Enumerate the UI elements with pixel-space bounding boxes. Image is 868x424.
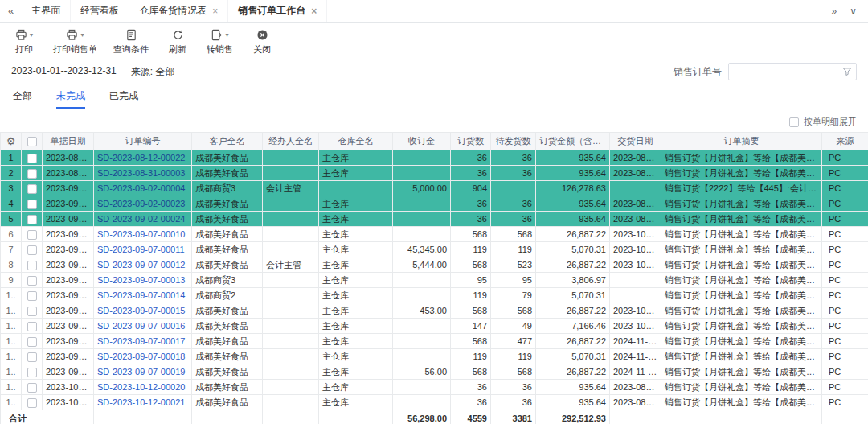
cell-customer: 成都美好食品 [192,334,263,349]
chevron-down-icon: ▾ [80,31,84,39]
close-tab-icon[interactable]: × [212,6,218,16]
convert-to-sales-button[interactable]: ▾ 转销售 [207,28,233,56]
table-row[interactable]: 42023-09-02SD-2023-09-02-00023成都美好食品主仓库3… [1,196,868,212]
cell-qty: 36 [451,166,491,181]
column-settings-gear-icon[interactable]: ⚙ [6,135,16,147]
row-checkbox[interactable] [27,261,37,270]
row-checkbox[interactable] [27,337,37,347]
col-header-handler[interactable]: 经办人全名 [263,133,319,150]
close-button[interactable]: 关闭 [249,28,275,56]
col-header-amount[interactable]: 订货金额（含税） [536,133,610,150]
row-checkbox[interactable] [27,307,37,316]
order-number-link[interactable]: SD-2023-09-07-00015 [97,306,185,315]
table-row[interactable]: 52023-09-02SD-2023-09-02-00024成都美好食品主仓库3… [1,212,868,227]
col-header-delivery[interactable]: 交货日期 [610,133,661,150]
tab-list-dropdown-icon[interactable]: ∨ [850,6,857,17]
row-checkbox[interactable] [27,368,37,377]
cell-source: PC [822,212,868,227]
table-row[interactable]: 82023-09-07SD-2023-09-07-00012成都美好食品会计主管… [1,257,868,273]
order-number-link[interactable]: SD-2023-09-07-00018 [97,352,185,361]
cell-customer: 成都美好食品 [192,212,263,227]
row-checkbox[interactable] [27,276,37,286]
print-sales-order-button[interactable]: ▾ 打印销售单 [53,28,97,56]
order-number-link[interactable]: SD-2023-08-12-00022 [97,153,185,163]
row-checkbox[interactable] [27,200,37,209]
row-checkbox[interactable] [27,383,37,393]
row-checkbox[interactable] [27,215,37,224]
filter-funnel-icon[interactable] [842,67,852,76]
cell-order-no: SD-2023-09-07-00013 [94,273,192,288]
col-header-warehouse[interactable]: 仓库全名 [319,133,393,150]
tab-sales-order-workbench[interactable]: 销售订单工作台 × [228,0,327,22]
tab-main-screen[interactable]: 主界面 [22,0,71,22]
table-row[interactable]: 1..2023-10-12SD-2023-10-12-00021成都美好食品主仓… [1,395,868,410]
cell-customer: 成都商贸2 [192,288,263,303]
order-number-link[interactable]: SD-2023-09-02-00004 [97,183,185,193]
row-checkbox[interactable] [27,245,37,255]
cell-amount: 935.64 [536,212,610,227]
table-row[interactable]: 1..2023-09-07SD-2023-09-07-00017成都美好食品主仓… [1,334,868,349]
cell-pending: 36 [491,395,536,410]
tab-business-dashboard[interactable]: 经营看板 [71,0,129,22]
order-number-link[interactable]: SD-2023-09-07-00017 [97,336,185,346]
col-header-deposit[interactable]: 收订金 [393,133,451,150]
row-checkbox[interactable] [27,398,37,408]
col-header-order-no[interactable]: 订单编号 [94,133,192,150]
scroll-tabs-right-icon[interactable]: » [832,6,837,17]
status-tab-all[interactable]: 全部 [13,85,32,109]
table-row[interactable]: 22023-08-31SD-2023-08-31-00003成都美好食品主仓库3… [1,166,868,181]
row-checkbox[interactable] [27,154,37,163]
row-checkbox[interactable] [27,322,37,331]
table-row[interactable]: 32023-09-02SD-2023-09-02-00004成都商贸3会计主管5… [1,181,868,196]
row-checkbox[interactable] [27,352,37,362]
expand-by-detail-checkbox[interactable] [789,117,799,127]
row-checkbox[interactable] [27,291,37,301]
order-number-link[interactable]: SD-2023-09-07-00012 [97,260,185,270]
table-row[interactable]: 72023-09-07SD-2023-09-07-00011成都美好食品主仓库4… [1,242,868,257]
order-number-link[interactable]: SD-2023-09-07-00011 [97,245,185,254]
col-header-source[interactable]: 来源 [822,133,868,150]
total-deposit: 56,298.00 [393,410,451,424]
order-number-link[interactable]: SD-2023-09-07-00019 [97,367,185,377]
select-all-checkbox[interactable] [27,137,37,146]
cell-delivery: 2023-10-26 [610,227,661,242]
order-number-link[interactable]: SD-2023-09-07-00014 [97,290,185,300]
order-number-link[interactable]: SD-2023-09-07-00010 [97,229,185,239]
close-tab-icon[interactable]: × [311,6,317,16]
table-row[interactable]: 62023-09-07SD-2023-09-07-00010成都美好食品主仓库5… [1,227,868,242]
col-header-pending[interactable]: 待发货数 [491,133,536,150]
table-row[interactable]: 1..2023-09-07SD-2023-09-07-00018成都美好食品主仓… [1,349,868,364]
cell-deposit: 5,444.00 [393,257,451,273]
table-row[interactable]: 1..2023-09-07SD-2023-09-07-00014成都商贸2主仓库… [1,288,868,303]
order-number-link[interactable]: SD-2023-09-02-00023 [97,199,185,208]
status-tab-incomplete[interactable]: 未完成 [56,85,85,109]
order-number-link[interactable]: SD-2023-08-31-00003 [97,168,185,178]
order-number-link[interactable]: SD-2023-09-07-00013 [97,275,185,285]
table-row[interactable]: 1..2023-10-12SD-2023-10-12-00020成都美好食品主仓… [1,380,868,395]
table-row[interactable]: 1..2023-09-07SD-2023-09-07-00016成都美好食品主仓… [1,319,868,334]
order-number-link[interactable]: SD-2023-10-12-00021 [97,397,185,407]
table-row[interactable]: 1..2023-09-07SD-2023-09-07-00019成都美好食品主仓… [1,364,868,380]
table-row[interactable]: 92023-09-07SD-2023-09-07-00013成都商贸3主仓库95… [1,273,868,288]
query-conditions-button[interactable]: 查询条件 [113,28,149,56]
row-checkbox[interactable] [27,184,37,194]
col-header-summary[interactable]: 订单摘要 [661,133,822,150]
order-number-link[interactable]: SD-2023-09-02-00024 [97,214,185,224]
order-number-link[interactable]: SD-2023-10-12-00020 [97,382,185,392]
order-number-link[interactable]: SD-2023-09-07-00016 [97,321,185,331]
query-icon [125,29,137,41]
cell-deposit [393,349,451,364]
status-tab-completed[interactable]: 已完成 [109,85,138,109]
table-row[interactable]: 12023-08-12SD-2023-08-12-00022成都美好食品主仓库3… [1,150,868,166]
col-header-qty[interactable]: 订货数 [451,133,491,150]
row-checkbox[interactable] [27,169,37,179]
tab-warehouse-stock-report[interactable]: 仓库备货情况表 × [129,0,228,22]
refresh-button[interactable]: 刷新 [165,28,190,56]
table-row[interactable]: 1..2023-09-07SD-2023-09-07-00015成都美好食品主仓… [1,303,868,319]
collapse-tabs-left-icon[interactable]: « [0,5,22,17]
sales-order-no-input[interactable] [728,63,857,80]
row-checkbox[interactable] [27,230,37,240]
print-button[interactable]: ▾ 打印 [11,28,37,56]
col-header-customer[interactable]: 客户全名 [192,133,263,150]
col-header-date[interactable]: 单据日期 [43,133,94,150]
